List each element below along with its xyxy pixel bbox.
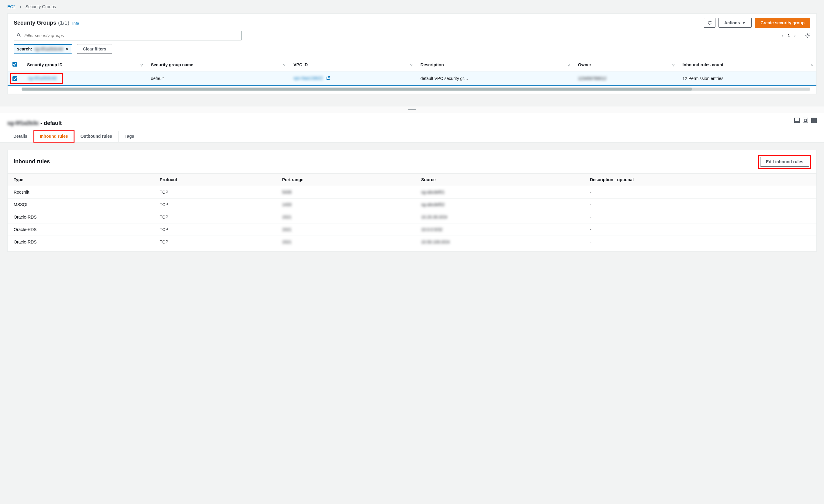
detail-title: sg-0f1a2b3c - default [7, 116, 62, 128]
rule-row: Oracle-RDSTCP152110.20.30.0/24- [8, 211, 816, 223]
tab-outbound-rules[interactable]: Outbound rules [74, 131, 118, 142]
rule-row: Oracle-RDSTCP152110.50.100.0/24- [8, 235, 816, 248]
grip-icon [408, 109, 416, 110]
rule-row: Oracle-RDSTCP152110.0.0.5/32- [8, 223, 816, 235]
layout-full-icon[interactable] [811, 118, 817, 123]
inbound-rules-panel: Inbound rules Edit inbound rules Type Pr… [7, 150, 817, 252]
info-link[interactable]: Info [72, 21, 79, 25]
rule-row: MSSQLTCP1433sg-abcdef02- [8, 198, 816, 211]
tab-tags[interactable]: Tags [119, 131, 140, 142]
pagination: ‹ 1 › [782, 32, 810, 39]
col-type: Type [8, 173, 153, 186]
create-security-group-button[interactable]: Create security group [755, 18, 810, 28]
col-port-range: Port range [276, 173, 415, 186]
page-title: Security Groups (1/1) Info [14, 20, 79, 26]
actions-dropdown[interactable]: Actions ▼ [718, 18, 752, 28]
cell-source: 10.20.30.0/24 [415, 211, 584, 223]
sg-id-link[interactable]: sg-0f1a2b3c4d [28, 76, 57, 81]
refresh-button[interactable] [704, 18, 715, 28]
chevron-right-icon: › [20, 4, 21, 9]
breadcrumb: EC2 › Security Groups [0, 0, 824, 13]
cell-protocol: TCP [153, 211, 276, 223]
highlighted-selection: sg-0f1a2b3c4d [11, 73, 62, 83]
search-icon [17, 33, 21, 38]
layout-split-icon[interactable] [803, 118, 808, 123]
cell-sg-name: default [146, 72, 289, 86]
col-sg-id[interactable]: Security group ID▽ [22, 58, 146, 72]
chip-value: sg-0f1a2b3c4d [35, 46, 63, 52]
cell-protocol: TCP [153, 198, 276, 211]
actions-label: Actions [724, 20, 740, 25]
settings-gear-icon[interactable] [805, 32, 810, 39]
detail-sg-id: sg-0f1a2b3c [7, 120, 39, 126]
horizontal-scrollbar[interactable] [22, 88, 810, 91]
cell-port: 1521 [276, 235, 415, 248]
col-protocol: Protocol [153, 173, 276, 186]
detail-tabs: Details Inbound rules Outbound rules Tag… [0, 128, 824, 142]
panel-splitter[interactable] [0, 106, 824, 113]
cell-owner: 123456789012 [573, 72, 678, 86]
cell-type: MSSQL [8, 198, 153, 211]
cell-description: - [584, 211, 816, 223]
row-checkbox[interactable] [12, 76, 17, 81]
cell-description: - [584, 186, 816, 198]
filter-chip[interactable]: search: sg-0f1a2b3c4d ✕ [14, 44, 72, 54]
cell-port: 1521 [276, 223, 415, 235]
caret-down-icon: ▼ [742, 20, 746, 25]
cell-port: 1433 [276, 198, 415, 211]
sort-icon: ▽ [672, 63, 675, 66]
col-sg-name[interactable]: Security group name▽ [146, 58, 289, 72]
sort-icon: ▽ [568, 63, 570, 66]
col-owner[interactable]: Owner▽ [573, 58, 678, 72]
breadcrumb-current: Security Groups [25, 4, 56, 9]
tab-details[interactable]: Details [7, 131, 34, 142]
breadcrumb-root-link[interactable]: EC2 [7, 4, 15, 9]
cell-description: default VPC security gr… [416, 72, 573, 86]
cell-description: - [584, 198, 816, 211]
remove-chip-icon[interactable]: ✕ [65, 46, 69, 52]
tab-inbound-rules[interactable]: Inbound rules [34, 131, 75, 142]
highlighted-edit-box: Edit inbound rules [759, 156, 810, 168]
security-groups-panel: Security Groups (1/1) Info Actions ▼ Cre… [7, 13, 817, 94]
edit-inbound-rules-button[interactable]: Edit inbound rules [760, 157, 809, 167]
clear-filters-button[interactable]: Clear filters [77, 44, 112, 54]
sort-icon: ▽ [140, 63, 143, 66]
cell-protocol: TCP [153, 235, 276, 248]
inbound-rules-heading: Inbound rules [14, 159, 50, 165]
cell-port: 5439 [276, 186, 415, 198]
security-groups-table: Security group ID▽ Security group name▽ … [8, 58, 816, 86]
rule-row: RedshiftTCP5439sg-abcdef01- [8, 186, 816, 198]
cell-source: 10.50.100.0/24 [415, 235, 584, 248]
detail-sg-name: - default [39, 120, 62, 126]
cell-source: 10.0.0.5/32 [415, 223, 584, 235]
cell-inbound-count: 12 Permission entries [678, 72, 816, 86]
page-next-icon[interactable]: › [794, 33, 796, 38]
cell-description: - [584, 235, 816, 248]
table-row[interactable]: sg-0f1a2b3c4d default vpc-0aa11bb22 defa… [8, 72, 816, 86]
col-description[interactable]: Description▽ [416, 58, 573, 72]
col-inbound-count[interactable]: Inbound rules count▽ [678, 58, 816, 72]
inbound-rules-table: Type Protocol Port range Source Descript… [8, 173, 816, 248]
col-source: Source [415, 173, 584, 186]
external-link-icon[interactable] [326, 76, 330, 81]
col-vpc-id[interactable]: VPC ID▽ [289, 58, 415, 72]
sort-icon: ▽ [811, 63, 813, 66]
vpc-id-link[interactable]: vpc-0aa11bb22 [293, 76, 323, 81]
cell-source: sg-abcdef01 [415, 186, 584, 198]
refresh-icon [707, 20, 712, 25]
filter-input[interactable] [14, 31, 242, 40]
cell-description: - [584, 223, 816, 235]
cell-type: Oracle-RDS [8, 235, 153, 248]
cell-source: sg-abcdef02 [415, 198, 584, 211]
page-prev-icon[interactable]: ‹ [782, 33, 784, 38]
cell-type: Oracle-RDS [8, 211, 153, 223]
cell-port: 1521 [276, 211, 415, 223]
sort-icon: ▽ [283, 63, 286, 66]
title-count: (1/1) [58, 20, 69, 26]
layout-bottom-icon[interactable] [794, 118, 800, 123]
svg-point-2 [807, 34, 809, 36]
cell-vpc-id: vpc-0aa11bb22 [289, 72, 415, 86]
cell-type: Redshift [8, 186, 153, 198]
cell-protocol: TCP [153, 223, 276, 235]
select-all-checkbox[interactable] [12, 62, 17, 67]
